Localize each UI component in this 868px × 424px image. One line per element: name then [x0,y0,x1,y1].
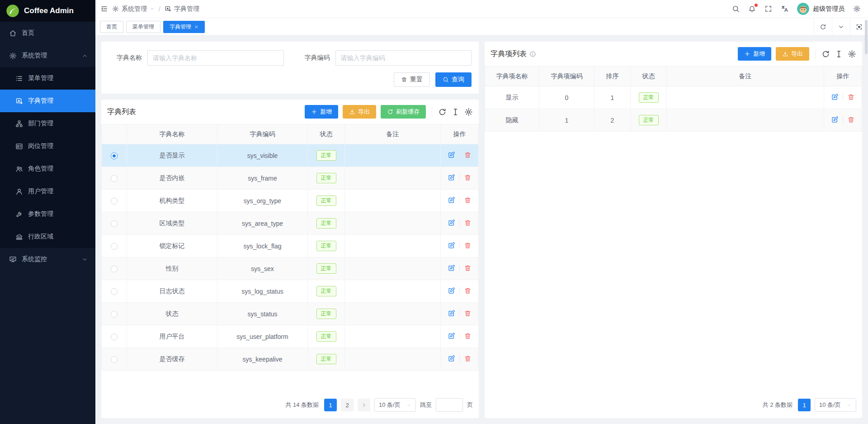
refresh-cache-button[interactable]: 刷新缓存 [381,105,426,119]
table-row[interactable]: 机构类型 sys_org_type 正常 [102,190,479,212]
tab-0[interactable]: 首页 [100,21,123,33]
table-row[interactable]: 状态 sys_status 正常 [102,303,479,325]
row-radio[interactable] [111,356,118,363]
page-number-1[interactable]: 1 [324,399,337,411]
sidebar-item-dept[interactable]: 部门管理 [0,112,95,135]
dict-column: 字典名称 字典编码 重置 [101,42,479,418]
row-radio[interactable] [111,288,118,295]
delete-icon[interactable] [464,151,472,159]
edit-icon[interactable] [448,332,455,340]
delete-icon[interactable] [847,93,855,101]
delete-icon[interactable] [464,332,472,340]
column-settings-icon[interactable] [848,50,856,58]
page-number-1[interactable]: 1 [798,399,811,411]
sidebar-item-monitor[interactable]: 系统监控 [0,248,95,271]
table-refresh-icon[interactable] [821,50,830,58]
sidebar-item-param[interactable]: 参数管理 [0,203,95,225]
page-number-2[interactable]: 2 [341,399,354,411]
dict-item-table: 字典项名称字典项编码排序状态备注操作 显示 0 1 正常 隐藏 1 2 正常 [485,66,862,132]
close-icon[interactable] [194,25,198,29]
delete-icon[interactable] [464,310,472,317]
edit-icon[interactable] [448,355,455,362]
column-settings-icon[interactable] [464,108,473,116]
notifications-button[interactable] [748,5,756,13]
dict-name-input[interactable] [147,50,284,66]
delete-icon[interactable] [464,264,472,272]
next-page-button[interactable] [358,399,370,411]
edit-icon[interactable] [448,264,455,272]
row-radio[interactable] [111,198,118,205]
row-radio[interactable] [111,175,118,182]
delete-icon[interactable] [464,287,472,295]
page-numbers: 12 [324,399,354,411]
page-size-select[interactable]: 10 条/页 [374,398,416,412]
item-add-button[interactable]: 新增 [738,47,771,61]
info-icon[interactable] [529,51,536,57]
edit-icon[interactable] [448,287,455,295]
item-export-button[interactable]: 导出 [776,47,809,61]
table-row[interactable]: 锁定标记 sys_lock_flag 正常 [102,235,479,257]
sidebar-item-menu[interactable]: 菜单管理 [0,67,95,90]
delete-icon[interactable] [464,355,472,362]
row-radio[interactable] [111,152,118,159]
tab-2[interactable]: 字典管理 [163,21,205,33]
sidebar-item-region[interactable]: 行政区域 [0,225,95,248]
settings-gear-icon[interactable] [853,5,861,13]
row-radio[interactable] [111,266,118,272]
search-icon[interactable] [732,5,740,13]
row-radio[interactable] [111,333,118,340]
page-size-select[interactable]: 10 条/页 [815,398,856,412]
row-actions [831,116,855,124]
tab-refresh-button[interactable] [814,18,832,35]
table-row[interactable]: 性别 sys_sex 正常 [102,257,479,280]
edit-icon[interactable] [831,93,839,101]
tab-1[interactable]: 菜单管理 [126,21,160,33]
app-logo[interactable]: Coffee Admin [0,0,95,22]
delete-icon[interactable] [464,242,472,249]
sidebar-item-user[interactable]: 用户管理 [0,180,95,203]
menu-fold-icon[interactable] [100,5,108,13]
breadcrumb-parent[interactable]: 系统管理 [112,5,155,13]
edit-icon[interactable] [448,242,455,249]
sidebar-item-system[interactable]: 系统管理 [0,44,95,67]
page-scrollbar[interactable] [865,20,868,54]
sidebar-item-role[interactable]: 角色管理 [0,157,95,180]
fullscreen-icon[interactable] [764,5,772,13]
row-density-icon[interactable] [451,108,460,116]
edit-icon[interactable] [831,116,839,124]
table-row[interactable]: 日志状态 sys_log_status 正常 [102,280,479,303]
table-row[interactable]: 是否内嵌 sys_frame 正常 [102,167,479,190]
jump-page-input[interactable] [436,398,463,412]
sidebar-item-post[interactable]: 岗位管理 [0,135,95,157]
delete-icon[interactable] [847,116,855,124]
table-refresh-icon[interactable] [438,108,447,116]
table-row[interactable]: 区域类型 sys_area_type 正常 [102,212,479,235]
sidebar-item-dict[interactable]: 字典管理 [0,90,95,112]
translate-icon[interactable] [781,5,788,13]
table-header-row: 字典名称字典编码状态备注操作 [102,124,479,144]
row-radio[interactable] [111,243,118,250]
delete-icon[interactable] [464,196,472,204]
dict-item-actions: 新增 导出 [738,47,856,61]
sidebar-item-home[interactable]: 首页 [0,22,95,44]
user-menu[interactable]: 超级管理员 [797,3,844,15]
row-radio[interactable] [111,311,118,318]
edit-icon[interactable] [448,151,455,159]
row-radio[interactable] [111,220,118,227]
dict-code-input[interactable] [335,50,472,66]
delete-icon[interactable] [464,219,472,227]
query-button[interactable]: 查询 [435,72,472,87]
export-button[interactable]: 导出 [343,105,376,119]
table-row[interactable]: 是否缓存 sys_keepalive 正常 [102,348,479,371]
edit-icon[interactable] [448,310,455,317]
row-density-icon[interactable] [835,50,843,58]
reset-button[interactable]: 重置 [394,72,430,87]
tab-menu-button[interactable] [832,18,850,35]
delete-icon[interactable] [464,174,472,181]
add-button[interactable]: 新增 [305,105,338,119]
edit-icon[interactable] [448,196,455,204]
edit-icon[interactable] [448,174,455,181]
table-row[interactable]: 是否显示 sys_visible 正常 [102,144,479,167]
edit-icon[interactable] [448,219,455,227]
table-row[interactable]: 用户平台 sys_user_platform 正常 [102,325,479,348]
